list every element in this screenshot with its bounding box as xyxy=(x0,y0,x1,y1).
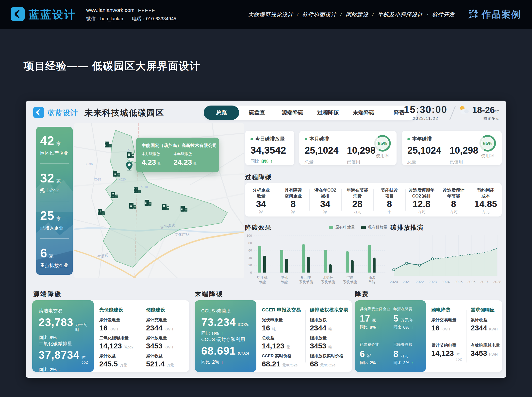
stat-label: 已接入企业 xyxy=(40,225,69,231)
stat-value: 32 xyxy=(40,171,54,185)
stat-label: 规上企业 xyxy=(40,187,69,194)
terminal-reduction-card: CCUS 碳捕捉 73.234tCO2e 同比8%↑CCUS 碳封存和利用 68… xyxy=(195,300,352,372)
svg-text:系统节能: 系统节能 xyxy=(321,280,335,284)
stat-unit: 万元 xyxy=(482,209,490,215)
separator: / xyxy=(372,12,374,18)
metric-value: 3453 xyxy=(310,342,326,350)
metric-column: 购电降费 累计交易电量 16KWH 累计节约电费 14,123吨co2 xyxy=(427,307,466,365)
service-item: 软件开发 xyxy=(432,11,455,18)
section-title-fee: 降费 xyxy=(355,290,369,298)
metric-item: 累计交易电量 16KWH xyxy=(431,317,462,332)
sidebar-stat: 32家 规上企业 xyxy=(40,171,69,194)
stat-unit: 家 xyxy=(56,141,61,146)
trend-arrow-icon: ↓ xyxy=(378,361,380,365)
kpi-title: 本月碳排 xyxy=(309,136,329,142)
lanlan-logo[interactable]: 蓝蓝设计 xyxy=(11,7,76,22)
legend-item: 原有排放量 xyxy=(329,225,355,230)
svg-text:2028: 2028 xyxy=(493,280,501,284)
metric-yoy: 同比8%↑ xyxy=(201,330,250,336)
park-map[interactable]: 龙腾世纪文化广场高速X336X025X020X018X318京平高速文化广场北五… xyxy=(74,123,244,278)
svg-text:电机: 电机 xyxy=(281,275,288,279)
legend-item: 现有排放量 xyxy=(361,225,387,230)
metric-value: 14,123 xyxy=(99,342,122,350)
svg-text:X336: X336 xyxy=(85,162,93,166)
stat-value: 12.8 xyxy=(413,199,430,209)
metric-value: 68 xyxy=(310,360,318,368)
column-title: 需求侧响应 xyxy=(471,307,500,313)
metric-item: 二氧化碳碱排量 14,123吨co2 xyxy=(99,335,137,350)
separator: / xyxy=(340,12,342,18)
temp-range: 18-26 xyxy=(472,105,495,115)
nav-tab-3[interactable]: 过程降碳 xyxy=(310,106,346,120)
column-title: 光伏能建设 xyxy=(99,307,137,313)
metric-unit: 吨 xyxy=(193,162,197,166)
bar-chart-legend: 原有排放量现有排放量 xyxy=(309,225,387,230)
weather-block: 18-26℃ 晴转多云 xyxy=(458,105,499,121)
nav-tab-4[interactable]: 末端降碳 xyxy=(346,106,381,120)
metric-item: 总收益 14,123元 xyxy=(262,335,301,350)
portfolio-label[interactable]: 作品案例 xyxy=(482,8,521,21)
stat-label: 重点排放企业 xyxy=(40,262,69,269)
company-map-tooltip: 中能国宏（葫芦岛）高新技术有限公司 本月碳排放 4.23吨 本年碳排放 24.2… xyxy=(136,138,219,172)
status-dot xyxy=(305,138,307,140)
clock: 15:30:00 2023.11.22 xyxy=(404,105,447,121)
metric-label: 累计收益 xyxy=(471,317,500,323)
stat-label: 分析企业数量 xyxy=(252,187,270,199)
metric-label: 已降费总额 xyxy=(393,342,421,347)
metric-unit: 家 xyxy=(367,353,371,359)
kpi-card-today-emission: 今日碳排放量 34,3542 同比 8% ↑ xyxy=(245,131,294,165)
metric-unit: 万元 xyxy=(166,363,174,368)
metric-unit: 万元 xyxy=(120,363,127,368)
dashboard-screenshot: 蓝蓝设计 未来科技城低碳园区 总览碳盘查源端降碳过程降碳末端降碳降费 15:30… xyxy=(26,101,506,378)
svg-text:100: 100 xyxy=(247,234,252,237)
website-link[interactable]: www.lanlanwork.com xyxy=(86,7,134,13)
svg-text:节能: 节能 xyxy=(368,280,375,284)
metric-value: 16 xyxy=(431,324,439,332)
stat-label: 节能技改项目 xyxy=(381,187,398,199)
portfolio-link[interactable]: 作品案例 xyxy=(467,8,521,21)
metric-value: 2344 xyxy=(471,324,487,332)
metric-unit: 吨 xyxy=(328,327,332,332)
source-hero-card: 清洁电交易 23,783万千瓦时 同比8%↑二氧化碳减排量 37,8734吨co… xyxy=(32,300,94,372)
metric-unit: 万元/年 xyxy=(400,318,413,323)
trend-arrow-icon: ↑ xyxy=(270,159,273,164)
stat-unit: 家 xyxy=(56,178,61,184)
kpi-card-year-emission: 本年碳排 25,1024总量 10,298已使用 65%使用率 xyxy=(402,131,502,165)
metric-column: CCER 申报及交易 光伏申报量 16吨 总收益 14,123元 CCER 实时… xyxy=(257,307,305,365)
metric-value: 24.23 xyxy=(173,158,192,166)
stat-label: 改造后预期年CO2 减排 xyxy=(409,187,434,199)
stat-unit: 家 xyxy=(259,209,263,215)
metric-value: 8 xyxy=(393,349,399,359)
kpi-title: 今日碳排放量 xyxy=(255,136,285,142)
metric-label: CCER 实时价格 xyxy=(262,353,301,359)
hero-metric: CCUS 碳封存和利用 68.691tCO2e 同比2%↓ xyxy=(201,336,250,365)
service-item: 手机及小程序设计 xyxy=(377,11,423,18)
stat-value: 14.85 xyxy=(474,199,497,209)
nav-tab-2[interactable]: 源端降碳 xyxy=(275,106,310,120)
svg-text:文化广场: 文化广场 xyxy=(175,232,189,236)
metric-label: 碳排放量 xyxy=(310,335,348,341)
hero-metric: 清洁电交易 23,783万千瓦时 同比8%↑ xyxy=(39,308,87,341)
service-item: 网站建设 xyxy=(346,11,368,18)
metric-yoy: 同比2%↓ xyxy=(360,360,390,365)
metric-item: 累计放电量 3453KWH xyxy=(146,335,184,350)
svg-text:X018: X018 xyxy=(141,185,148,189)
metric-item: 碳排放权 2344吨 xyxy=(310,317,348,332)
legend-swatch xyxy=(361,226,366,229)
hero-metric: 已降费总额 8万元 同比2%↑ xyxy=(393,342,421,365)
svg-text:空调: 空调 xyxy=(347,275,353,279)
metric-unit: 吨co2 xyxy=(124,345,133,350)
metric-value: 6 xyxy=(360,349,365,359)
nav-tab-0[interactable]: 总览 xyxy=(204,106,239,120)
svg-text:2020: 2020 xyxy=(390,280,398,284)
metric-yoy: 同比2%↓ xyxy=(201,359,250,365)
metric-unit: 吨 xyxy=(157,162,161,166)
nav-tab-1[interactable]: 碳盘查 xyxy=(239,106,275,120)
svg-text:80: 80 xyxy=(249,241,252,245)
svg-text:空压机: 空压机 xyxy=(257,275,267,279)
metric-value: 23,783 xyxy=(39,316,73,328)
metric-value: 5 xyxy=(393,313,399,324)
process-stat: 潜在年CO2减排 34 家 xyxy=(309,187,341,213)
metric-label: 累计充电量 xyxy=(146,317,184,323)
metric-value: 37,8734 xyxy=(39,349,80,361)
